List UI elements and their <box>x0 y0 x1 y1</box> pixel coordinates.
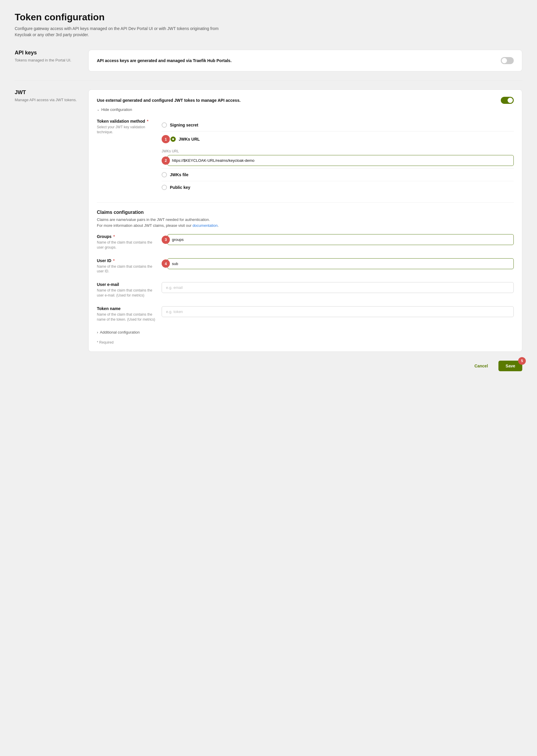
groups-meta: Groups * Name of the claim that contains… <box>97 234 156 250</box>
radio-label-public-key: Public key <box>170 185 190 190</box>
claims-description: Claims are name/value pairs in the JWT n… <box>97 217 514 228</box>
user-id-claim-row: User ID * Name of the claim that contain… <box>97 258 514 274</box>
step-5-badge: 5 <box>518 357 526 365</box>
api-keys-section: API keys Tokens managed in the Portal UI… <box>15 50 522 71</box>
save-label: Save <box>506 363 515 368</box>
radio-label-signing-secret: Signing secret <box>170 123 198 127</box>
groups-label: Groups * <box>97 234 156 239</box>
jwt-section: JWT Manage API access via JWT tokens. Us… <box>15 90 522 352</box>
user-email-label: User e-mail <box>97 282 156 287</box>
step-1-badge: 1 <box>162 135 170 143</box>
required-star: * <box>146 119 148 124</box>
documentation-link[interactable]: documentation <box>192 223 218 228</box>
groups-claim-row: Groups * Name of the claim that contains… <box>97 234 514 250</box>
user-email-claim-row: User e-mail Name of the claim that conta… <box>97 282 514 298</box>
jwks-url-input[interactable]: https://$KEYCLOAK-URL/realms/keycloak-de… <box>168 155 514 166</box>
step-3-badge: 3 <box>162 236 170 244</box>
token-name-input-wrap <box>162 306 514 317</box>
token-validation-label: Token validation method * <box>97 119 156 124</box>
token-validation-row: Token validation method * Select your JW… <box>97 119 514 194</box>
groups-badge-wrap: 3 <box>162 234 514 245</box>
additional-config-label: Additional configuration <box>100 330 140 334</box>
api-keys-toggle-label: API access keys are generated and manage… <box>97 58 501 63</box>
token-name-description: Name of the claim that contains the name… <box>97 312 156 322</box>
groups-input[interactable] <box>168 234 514 245</box>
jwt-description: Manage API access via JWT tokens. <box>15 97 79 103</box>
step-4-badge: 4 <box>162 259 170 268</box>
claims-title: Claims configuration <box>97 210 514 215</box>
hide-config-label: Hide configuration <box>101 107 132 112</box>
radio-circle-public-key <box>162 185 167 190</box>
hide-config-toggle[interactable]: ⌄ Hide configuration <box>97 107 514 112</box>
user-email-input[interactable] <box>162 282 514 293</box>
jwt-toggle[interactable] <box>501 97 514 104</box>
chevron-right-icon: › <box>97 330 98 334</box>
step-2-badge: 2 <box>162 157 170 165</box>
user-id-badge-wrap: 4 <box>162 258 514 269</box>
token-name-claim-row: Token name Name of the claim that contai… <box>97 306 514 322</box>
jwt-title: JWT <box>15 90 79 95</box>
user-id-input[interactable] <box>168 258 514 269</box>
jwks-url-input-section: JWKs URL 2 https://$KEYCLOAK-URL/realms/… <box>162 147 514 169</box>
page-subtitle: Configure gateway access with API keys m… <box>15 25 221 38</box>
token-name-meta: Token name Name of the claim that contai… <box>97 306 156 322</box>
token-name-label: Token name <box>97 306 156 311</box>
radio-public-key[interactable]: Public key <box>162 181 514 194</box>
save-button[interactable]: Save 5 <box>498 360 522 371</box>
api-keys-row: API access keys are generated and manage… <box>97 57 514 64</box>
cancel-button[interactable]: Cancel <box>470 360 493 371</box>
jwt-header: Use external generated and configured JW… <box>97 97 514 104</box>
api-keys-description: Tokens managed in the Portal UI. <box>15 57 79 63</box>
api-keys-card: API access keys are generated and manage… <box>88 50 522 71</box>
radio-label-jwks-url: JWKs URL <box>179 137 200 141</box>
user-id-meta: User ID * Name of the claim that contain… <box>97 258 156 274</box>
claims-section: Claims configuration Claims are name/val… <box>97 203 514 345</box>
radio-jwks-file[interactable]: JWKs file <box>162 169 514 181</box>
page-title: Token configuration <box>15 12 522 23</box>
user-id-description: Name of the claim that contains the user… <box>97 264 156 274</box>
additional-config-toggle[interactable]: › Additional configuration <box>97 330 514 334</box>
jwt-header-text: Use external generated and configured JW… <box>97 98 501 103</box>
user-email-input-wrap <box>162 282 514 293</box>
token-validation-description: Select your JWT key validation technique… <box>97 125 156 135</box>
radio-circle-signing-secret <box>162 122 167 128</box>
radio-signing-secret[interactable]: Signing secret <box>162 119 514 132</box>
groups-description: Name of the claim that contains the user… <box>97 240 156 250</box>
required-note: * Required <box>97 340 514 345</box>
user-email-description: Name of the claim that contains the user… <box>97 288 156 298</box>
token-validation-options: Signing secret 1 JWKs URL JWKs URL <box>162 119 514 194</box>
jwks-url-input-badge-wrap: 2 https://$KEYCLOAK-URL/realms/keycloak-… <box>162 155 514 166</box>
api-keys-label: API keys Tokens managed in the Portal UI… <box>15 50 79 71</box>
token-validation-meta: Token validation method * Select your JW… <box>97 119 156 135</box>
jwt-label: JWT Manage API access via JWT tokens. <box>15 90 79 352</box>
section-divider <box>15 80 522 81</box>
radio-label-jwks-file: JWKs file <box>170 172 188 177</box>
api-keys-toggle[interactable] <box>501 57 514 64</box>
radio-circle-jwks-file <box>162 172 167 177</box>
footer-actions: Cancel Save 5 <box>15 360 522 371</box>
token-name-input[interactable] <box>162 306 514 317</box>
user-id-label: User ID * <box>97 258 156 263</box>
radio-circle-jwks-url <box>171 136 176 142</box>
jwks-url-label: JWKs URL <box>162 149 514 153</box>
jwks-url-badge-wrap: 1 <box>162 135 168 143</box>
chevron-down-icon: ⌄ <box>97 108 100 111</box>
jwt-card: Use external generated and configured JW… <box>88 90 522 352</box>
radio-jwks-url[interactable]: 1 JWKs URL <box>162 132 514 147</box>
user-email-meta: User e-mail Name of the claim that conta… <box>97 282 156 298</box>
api-keys-title: API keys <box>15 50 79 56</box>
